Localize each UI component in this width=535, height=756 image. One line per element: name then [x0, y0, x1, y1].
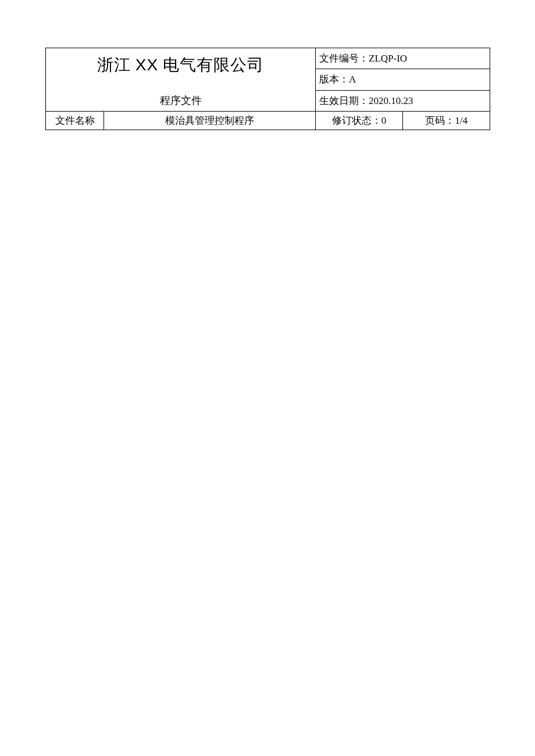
- file-name-value: 模治具管理控制程序: [165, 115, 254, 126]
- doc-type: 程序文件: [49, 78, 312, 109]
- company-name: 浙江 XX 电气有限公司: [49, 51, 312, 78]
- company-cell: 浙江 XX 电气有限公司 程序文件: [46, 48, 316, 112]
- company-suffix: 电气有限公司: [158, 56, 264, 74]
- document-header-table: 浙江 XX 电气有限公司 程序文件 文件编号：ZLQP-IO 版本：A 生效日期…: [45, 48, 490, 130]
- revision-status-cell: 修订状态：0: [316, 112, 403, 130]
- file-name-label: 文件名称: [55, 115, 95, 126]
- revision-status: 修订状态：0: [332, 115, 387, 126]
- company-mid: XX: [135, 56, 158, 74]
- document-page: 浙江 XX 电气有限公司 程序文件 文件编号：ZLQP-IO 版本：A 生效日期…: [0, 0, 535, 130]
- version-cell: 版本：A: [316, 69, 490, 90]
- file-name-label-cell: 文件名称: [46, 112, 104, 130]
- header-row-2: 文件名称 模治具管理控制程序 修订状态：0 页码：1/4: [46, 112, 490, 130]
- page-number-cell: 页码：1/4: [403, 112, 490, 130]
- page-number: 页码：1/4: [425, 115, 468, 126]
- doc-number-cell: 文件编号：ZLQP-IO: [316, 48, 490, 69]
- version: 版本：A: [319, 74, 356, 85]
- file-name-value-cell: 模治具管理控制程序: [104, 112, 316, 130]
- effective-date: 生效日期：2020.10.23: [319, 95, 413, 106]
- company-prefix: 浙江: [97, 56, 135, 74]
- header-row-1: 浙江 XX 电气有限公司 程序文件 文件编号：ZLQP-IO: [46, 48, 490, 69]
- doc-number: 文件编号：ZLQP-IO: [319, 53, 407, 64]
- effective-date-cell: 生效日期：2020.10.23: [316, 90, 490, 111]
